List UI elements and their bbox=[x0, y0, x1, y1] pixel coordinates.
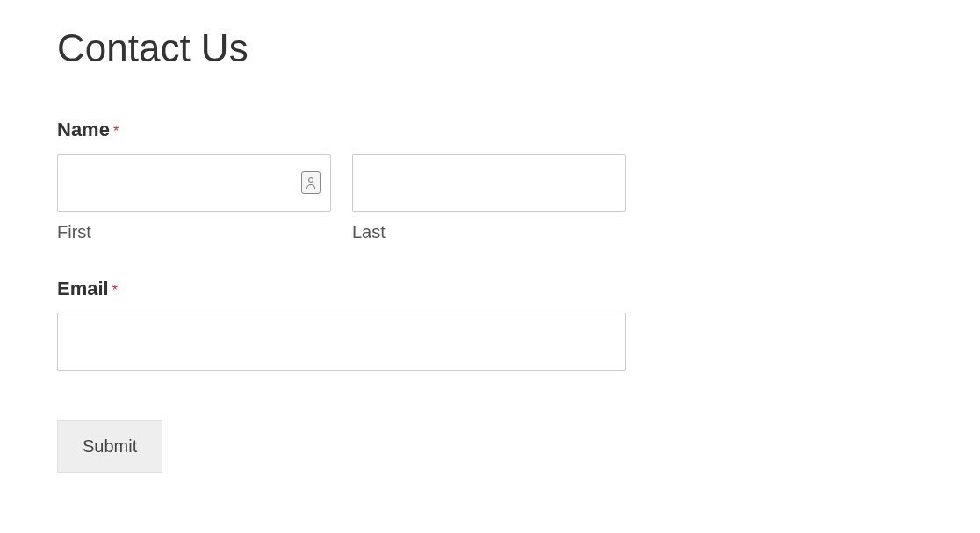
first-name-sublabel: First bbox=[57, 222, 331, 242]
email-field-group: Email* bbox=[57, 277, 923, 371]
icon-body bbox=[306, 184, 315, 189]
name-field-group: Name* First Last bbox=[57, 119, 923, 242]
required-indicator: * bbox=[112, 283, 118, 298]
email-label: Email bbox=[57, 277, 109, 300]
email-input[interactable] bbox=[57, 313, 626, 371]
autofill-contact-icon[interactable] bbox=[301, 171, 321, 194]
name-label: Name bbox=[57, 119, 110, 141]
last-name-input[interactable] bbox=[352, 154, 626, 212]
first-name-wrapper bbox=[57, 154, 331, 212]
submit-button[interactable]: Submit bbox=[57, 420, 162, 473]
last-name-column: Last bbox=[352, 154, 626, 242]
contact-form: Name* First Last Email* bbox=[57, 119, 923, 473]
first-name-column: First bbox=[57, 154, 331, 242]
page-title: Contact Us bbox=[57, 26, 923, 70]
first-name-input[interactable] bbox=[57, 154, 331, 212]
name-row: First Last bbox=[57, 154, 923, 242]
icon-head bbox=[308, 177, 313, 183]
last-name-sublabel: Last bbox=[352, 222, 626, 242]
required-indicator: * bbox=[113, 124, 119, 139]
